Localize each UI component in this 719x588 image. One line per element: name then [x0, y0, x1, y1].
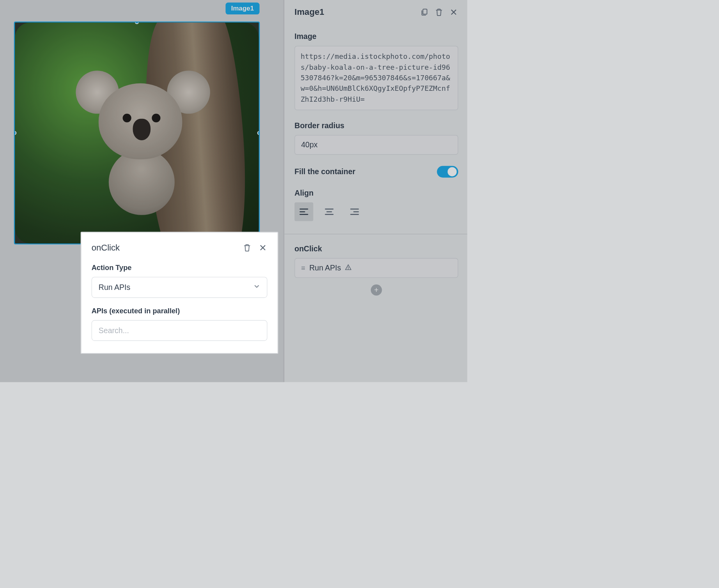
- resize-handle-right[interactable]: [257, 131, 260, 135]
- popup-title: onClick: [92, 243, 120, 253]
- property-panel: Image1 Image https://media.istockphoto.c…: [284, 0, 468, 382]
- panel-title: Image1: [294, 7, 324, 17]
- apis-search-input[interactable]: Search...: [92, 320, 267, 341]
- svg-rect-0: [423, 9, 427, 14]
- align-left-button[interactable]: [294, 202, 313, 221]
- onclick-action-text: Run APIs: [309, 264, 341, 272]
- action-type-select[interactable]: Run APIs: [92, 277, 267, 298]
- copy-icon[interactable]: [420, 7, 429, 16]
- align-right-button[interactable]: [345, 202, 364, 221]
- action-type-label: Action Type: [92, 264, 267, 272]
- warning-icon: [345, 264, 352, 272]
- svg-point-11: [348, 269, 349, 269]
- trash-icon[interactable]: [243, 243, 251, 252]
- image-widget-frame[interactable]: [14, 21, 260, 244]
- drag-handle-icon[interactable]: ≡: [301, 264, 305, 272]
- onclick-popup: onClick Action Type Run APIs APIs (execu…: [81, 232, 278, 354]
- align-center-button[interactable]: [320, 202, 338, 221]
- fill-container-label: Fill the container: [294, 168, 355, 176]
- close-icon[interactable]: [449, 7, 458, 16]
- onclick-action-item[interactable]: ≡ Run APIs: [294, 258, 458, 278]
- add-action-button[interactable]: +: [371, 284, 382, 296]
- section-divider: [284, 234, 467, 234]
- border-radius-input[interactable]: 40px: [294, 135, 458, 155]
- align-label: Align: [294, 189, 458, 197]
- border-radius-label: Border radius: [294, 121, 458, 130]
- image-widget-content: [15, 23, 259, 244]
- selected-widget-badge: Image1: [226, 3, 260, 15]
- apis-label: APIs (executed in parallel): [92, 307, 267, 315]
- image-prop-label: Image: [294, 32, 458, 41]
- onclick-section-label: onClick: [294, 244, 458, 253]
- close-icon[interactable]: [258, 243, 267, 252]
- action-type-value: Run APIs: [99, 283, 130, 291]
- image-url-input[interactable]: https://media.istockphoto.com/photos/bab…: [294, 46, 458, 110]
- apis-search-placeholder: Search...: [99, 326, 129, 335]
- fill-container-toggle[interactable]: [437, 166, 459, 178]
- chevron-down-icon: [253, 283, 260, 292]
- trash-icon[interactable]: [434, 7, 443, 16]
